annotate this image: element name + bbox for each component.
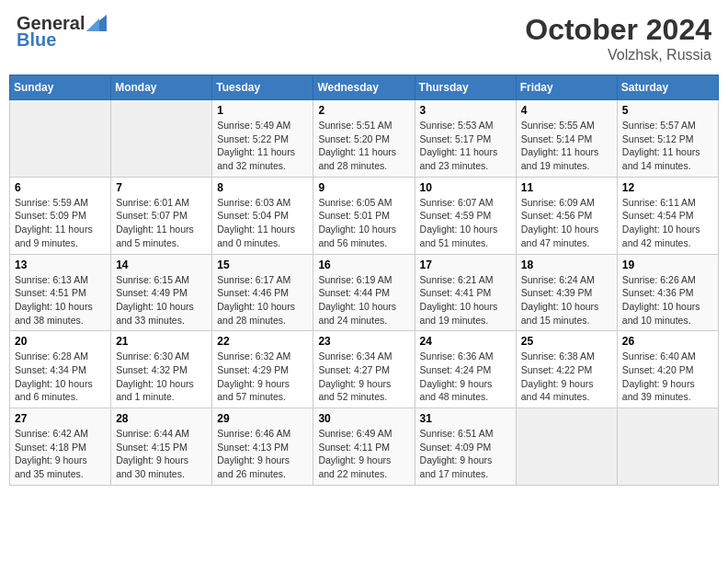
calendar-cell: 16Sunrise: 6:19 AM Sunset: 4:44 PM Dayli… — [313, 254, 415, 331]
page-header: General Blue October 2024 Volzhsk, Russi… — [9, 9, 719, 67]
page-title: October 2024 — [525, 13, 711, 47]
day-info: Sunrise: 5:51 AM Sunset: 5:20 PM Dayligh… — [318, 119, 409, 173]
weekday-header-row: SundayMondayTuesdayWednesdayThursdayFrid… — [10, 75, 719, 100]
day-number: 8 — [217, 181, 308, 194]
calendar-cell: 26Sunrise: 6:40 AM Sunset: 4:20 PM Dayli… — [617, 331, 718, 408]
day-info: Sunrise: 6:36 AM Sunset: 4:24 PM Dayligh… — [420, 350, 511, 404]
day-number: 18 — [521, 259, 612, 271]
day-number: 29 — [217, 412, 308, 425]
day-number: 21 — [116, 335, 207, 348]
day-number: 1 — [217, 104, 308, 117]
calendar-cell — [516, 408, 617, 486]
calendar-cell: 11Sunrise: 6:09 AM Sunset: 4:56 PM Dayli… — [516, 177, 617, 254]
weekday-header-friday: Friday — [516, 75, 617, 100]
day-number: 9 — [318, 181, 409, 194]
day-number: 19 — [622, 259, 713, 271]
calendar-cell: 24Sunrise: 6:36 AM Sunset: 4:24 PM Dayli… — [415, 331, 516, 408]
day-info: Sunrise: 6:03 AM Sunset: 5:04 PM Dayligh… — [217, 196, 308, 250]
day-number: 26 — [622, 335, 713, 348]
weekday-header-thursday: Thursday — [415, 75, 516, 100]
calendar-cell — [10, 100, 111, 178]
day-info: Sunrise: 6:44 AM Sunset: 4:15 PM Dayligh… — [116, 427, 207, 481]
day-info: Sunrise: 6:15 AM Sunset: 4:49 PM Dayligh… — [116, 273, 207, 327]
calendar-cell: 4Sunrise: 5:55 AM Sunset: 5:14 PM Daylig… — [516, 100, 617, 178]
day-info: Sunrise: 6:19 AM Sunset: 4:44 PM Dayligh… — [318, 273, 409, 327]
logo: General Blue — [17, 13, 107, 50]
calendar-cell: 29Sunrise: 6:46 AM Sunset: 4:13 PM Dayli… — [212, 408, 313, 486]
day-info: Sunrise: 6:11 AM Sunset: 4:54 PM Dayligh… — [622, 196, 713, 250]
day-info: Sunrise: 6:32 AM Sunset: 4:29 PM Dayligh… — [217, 350, 308, 404]
day-info: Sunrise: 6:49 AM Sunset: 4:11 PM Dayligh… — [318, 427, 409, 481]
calendar-cell: 14Sunrise: 6:15 AM Sunset: 4:49 PM Dayli… — [111, 254, 212, 331]
calendar-cell: 23Sunrise: 6:34 AM Sunset: 4:27 PM Dayli… — [313, 331, 415, 408]
calendar-cell — [617, 408, 718, 486]
day-info: Sunrise: 6:01 AM Sunset: 5:07 PM Dayligh… — [116, 196, 207, 250]
day-number: 25 — [521, 335, 612, 348]
day-number: 24 — [420, 335, 511, 348]
day-info: Sunrise: 5:49 AM Sunset: 5:22 PM Dayligh… — [217, 119, 308, 173]
week-row-3: 13Sunrise: 6:13 AM Sunset: 4:51 PM Dayli… — [10, 254, 719, 331]
calendar-cell: 19Sunrise: 6:26 AM Sunset: 4:36 PM Dayli… — [617, 254, 718, 331]
calendar-cell: 22Sunrise: 6:32 AM Sunset: 4:29 PM Dayli… — [212, 331, 313, 408]
calendar-cell: 10Sunrise: 6:07 AM Sunset: 4:59 PM Dayli… — [415, 177, 516, 254]
calendar-cell: 6Sunrise: 5:59 AM Sunset: 5:09 PM Daylig… — [10, 177, 111, 254]
day-info: Sunrise: 6:42 AM Sunset: 4:18 PM Dayligh… — [15, 427, 106, 481]
calendar-cell: 7Sunrise: 6:01 AM Sunset: 5:07 PM Daylig… — [111, 177, 212, 254]
day-info: Sunrise: 6:40 AM Sunset: 4:20 PM Dayligh… — [622, 350, 713, 404]
calendar-table: SundayMondayTuesdayWednesdayThursdayFrid… — [9, 75, 719, 486]
day-info: Sunrise: 5:53 AM Sunset: 5:17 PM Dayligh… — [420, 119, 511, 173]
calendar-cell: 31Sunrise: 6:51 AM Sunset: 4:09 PM Dayli… — [415, 408, 516, 486]
day-number: 7 — [116, 181, 207, 194]
day-info: Sunrise: 6:05 AM Sunset: 5:01 PM Dayligh… — [318, 196, 409, 250]
day-number: 2 — [318, 104, 409, 117]
day-info: Sunrise: 6:21 AM Sunset: 4:41 PM Dayligh… — [420, 273, 511, 327]
calendar-cell: 15Sunrise: 6:17 AM Sunset: 4:46 PM Dayli… — [212, 254, 313, 331]
calendar-cell: 18Sunrise: 6:24 AM Sunset: 4:39 PM Dayli… — [516, 254, 617, 331]
weekday-header-tuesday: Tuesday — [212, 75, 313, 100]
day-info: Sunrise: 6:34 AM Sunset: 4:27 PM Dayligh… — [318, 350, 409, 404]
day-info: Sunrise: 6:30 AM Sunset: 4:32 PM Dayligh… — [116, 350, 207, 404]
calendar-cell: 27Sunrise: 6:42 AM Sunset: 4:18 PM Dayli… — [10, 408, 111, 486]
calendar-cell: 9Sunrise: 6:05 AM Sunset: 5:01 PM Daylig… — [313, 177, 415, 254]
day-info: Sunrise: 5:57 AM Sunset: 5:12 PM Dayligh… — [622, 119, 713, 173]
day-info: Sunrise: 6:28 AM Sunset: 4:34 PM Dayligh… — [15, 350, 106, 404]
calendar-cell: 17Sunrise: 6:21 AM Sunset: 4:41 PM Dayli… — [415, 254, 516, 331]
day-info: Sunrise: 6:24 AM Sunset: 4:39 PM Dayligh… — [521, 273, 612, 327]
logo-blue-text: Blue — [17, 29, 107, 50]
day-number: 30 — [318, 412, 409, 425]
day-number: 11 — [521, 181, 612, 194]
day-info: Sunrise: 6:26 AM Sunset: 4:36 PM Dayligh… — [622, 273, 713, 327]
day-info: Sunrise: 5:59 AM Sunset: 5:09 PM Dayligh… — [15, 196, 106, 250]
day-number: 14 — [116, 259, 207, 271]
calendar-cell: 12Sunrise: 6:11 AM Sunset: 4:54 PM Dayli… — [617, 177, 718, 254]
week-row-4: 20Sunrise: 6:28 AM Sunset: 4:34 PM Dayli… — [10, 331, 719, 408]
day-info: Sunrise: 6:46 AM Sunset: 4:13 PM Dayligh… — [217, 427, 308, 481]
calendar-cell: 13Sunrise: 6:13 AM Sunset: 4:51 PM Dayli… — [10, 254, 111, 331]
calendar-body: 1Sunrise: 5:49 AM Sunset: 5:22 PM Daylig… — [10, 100, 719, 486]
calendar-cell: 20Sunrise: 6:28 AM Sunset: 4:34 PM Dayli… — [10, 331, 111, 408]
day-number: 12 — [622, 181, 713, 194]
day-number: 27 — [15, 412, 106, 425]
calendar-cell — [111, 100, 212, 178]
day-info: Sunrise: 6:38 AM Sunset: 4:22 PM Dayligh… — [521, 350, 612, 404]
day-number: 31 — [420, 412, 511, 425]
calendar-cell: 3Sunrise: 5:53 AM Sunset: 5:17 PM Daylig… — [415, 100, 516, 178]
calendar-cell: 5Sunrise: 5:57 AM Sunset: 5:12 PM Daylig… — [617, 100, 718, 178]
calendar-header: SundayMondayTuesdayWednesdayThursdayFrid… — [10, 75, 719, 100]
day-number: 23 — [318, 335, 409, 348]
calendar-cell: 8Sunrise: 6:03 AM Sunset: 5:04 PM Daylig… — [212, 177, 313, 254]
day-number: 16 — [318, 259, 409, 271]
weekday-header-sunday: Sunday — [10, 75, 111, 100]
day-info: Sunrise: 6:51 AM Sunset: 4:09 PM Dayligh… — [420, 427, 511, 481]
day-number: 13 — [15, 259, 106, 271]
day-number: 6 — [15, 181, 106, 194]
weekday-header-saturday: Saturday — [617, 75, 718, 100]
day-info: Sunrise: 6:13 AM Sunset: 4:51 PM Dayligh… — [15, 273, 106, 327]
day-number: 15 — [217, 259, 308, 271]
weekday-header-wednesday: Wednesday — [313, 75, 415, 100]
day-number: 17 — [420, 259, 511, 271]
calendar-cell: 2Sunrise: 5:51 AM Sunset: 5:20 PM Daylig… — [313, 100, 415, 178]
week-row-2: 6Sunrise: 5:59 AM Sunset: 5:09 PM Daylig… — [10, 177, 719, 254]
week-row-1: 1Sunrise: 5:49 AM Sunset: 5:22 PM Daylig… — [10, 100, 719, 178]
calendar-cell: 1Sunrise: 5:49 AM Sunset: 5:22 PM Daylig… — [212, 100, 313, 178]
